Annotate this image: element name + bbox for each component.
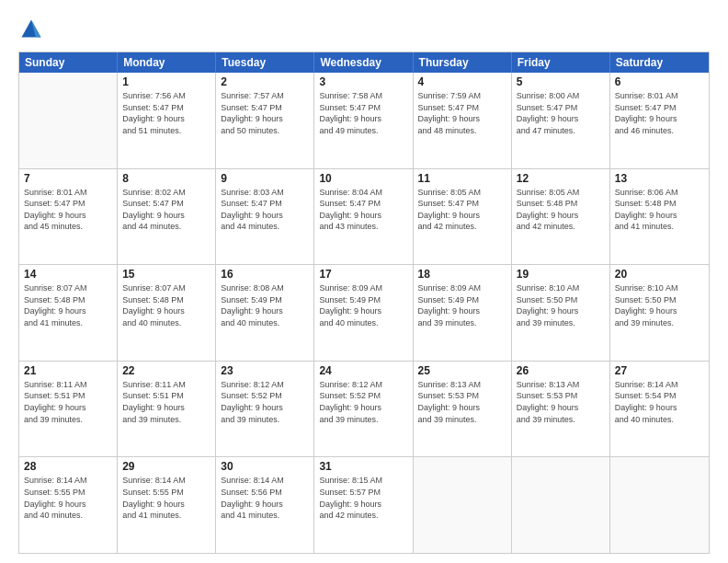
cal-cell: 25Sunrise: 8:13 AMSunset: 5:53 PMDayligh… xyxy=(414,362,512,457)
cal-header-sunday: Sunday xyxy=(19,52,118,73)
day-number: 13 xyxy=(615,172,704,185)
day-info: Sunrise: 8:01 AMSunset: 5:47 PMDaylight:… xyxy=(615,90,704,136)
day-info: Sunrise: 8:07 AMSunset: 5:48 PMDaylight:… xyxy=(122,282,210,328)
cal-cell: 14Sunrise: 8:07 AMSunset: 5:48 PMDayligh… xyxy=(19,265,118,361)
day-info: Sunrise: 7:59 AMSunset: 5:47 PMDaylight:… xyxy=(418,90,506,136)
day-number: 24 xyxy=(319,364,407,377)
cal-cell: 7Sunrise: 8:01 AMSunset: 5:47 PMDaylight… xyxy=(19,169,118,265)
cal-cell: 9Sunrise: 8:03 AMSunset: 5:47 PMDaylight… xyxy=(216,169,314,265)
cal-cell: 12Sunrise: 8:05 AMSunset: 5:48 PMDayligh… xyxy=(512,169,610,265)
cal-cell: 10Sunrise: 8:04 AMSunset: 5:47 PMDayligh… xyxy=(314,169,413,265)
header xyxy=(18,17,710,42)
day-number: 26 xyxy=(517,364,605,377)
day-info: Sunrise: 8:09 AMSunset: 5:49 PMDaylight:… xyxy=(418,282,506,328)
day-info: Sunrise: 8:13 AMSunset: 5:53 PMDaylight:… xyxy=(418,379,506,425)
day-info: Sunrise: 8:10 AMSunset: 5:50 PMDaylight:… xyxy=(517,282,605,328)
day-number: 22 xyxy=(122,364,210,377)
day-number: 19 xyxy=(517,268,605,281)
cal-cell: 27Sunrise: 8:14 AMSunset: 5:54 PMDayligh… xyxy=(610,362,709,457)
day-info: Sunrise: 8:10 AMSunset: 5:50 PMDaylight:… xyxy=(615,282,704,328)
day-number: 25 xyxy=(418,364,506,377)
logo-icon xyxy=(18,17,44,42)
day-number: 27 xyxy=(615,364,704,377)
cal-cell: 13Sunrise: 8:06 AMSunset: 5:48 PMDayligh… xyxy=(610,169,709,265)
cal-header-thursday: Thursday xyxy=(414,52,512,73)
day-number: 2 xyxy=(221,75,309,88)
cal-cell: 30Sunrise: 8:14 AMSunset: 5:56 PMDayligh… xyxy=(216,457,314,553)
cal-cell: 15Sunrise: 8:07 AMSunset: 5:48 PMDayligh… xyxy=(118,265,216,361)
day-number: 18 xyxy=(418,268,506,281)
day-number: 5 xyxy=(517,75,605,88)
day-number: 6 xyxy=(615,75,704,88)
cal-cell: 6Sunrise: 8:01 AMSunset: 5:47 PMDaylight… xyxy=(610,73,709,168)
day-info: Sunrise: 8:11 AMSunset: 5:51 PMDaylight:… xyxy=(122,379,210,425)
cal-cell: 2Sunrise: 7:57 AMSunset: 5:47 PMDaylight… xyxy=(216,73,314,168)
day-info: Sunrise: 8:04 AMSunset: 5:47 PMDaylight:… xyxy=(319,187,407,233)
cal-cell: 22Sunrise: 8:11 AMSunset: 5:51 PMDayligh… xyxy=(118,362,216,457)
day-number: 1 xyxy=(122,75,210,88)
cal-header-monday: Monday xyxy=(118,52,216,73)
cal-cell: 3Sunrise: 7:58 AMSunset: 5:47 PMDaylight… xyxy=(314,73,413,168)
day-info: Sunrise: 8:14 AMSunset: 5:55 PMDaylight:… xyxy=(24,475,112,521)
day-info: Sunrise: 8:14 AMSunset: 5:56 PMDaylight:… xyxy=(221,475,309,521)
day-number: 8 xyxy=(122,172,210,185)
day-info: Sunrise: 8:12 AMSunset: 5:52 PMDaylight:… xyxy=(319,379,407,425)
cal-week-1: 1Sunrise: 7:56 AMSunset: 5:47 PMDaylight… xyxy=(19,73,709,169)
cal-header-wednesday: Wednesday xyxy=(314,52,413,73)
day-number: 23 xyxy=(221,364,309,377)
cal-cell: 1Sunrise: 7:56 AMSunset: 5:47 PMDaylight… xyxy=(118,73,216,168)
day-number: 17 xyxy=(319,268,407,281)
cal-cell: 23Sunrise: 8:12 AMSunset: 5:52 PMDayligh… xyxy=(216,362,314,457)
day-number: 20 xyxy=(615,268,704,281)
cal-cell xyxy=(512,457,610,553)
day-number: 3 xyxy=(319,75,407,88)
day-info: Sunrise: 8:09 AMSunset: 5:49 PMDaylight:… xyxy=(319,282,407,328)
day-info: Sunrise: 7:57 AMSunset: 5:47 PMDaylight:… xyxy=(221,90,309,136)
calendar: SundayMondayTuesdayWednesdayThursdayFrid… xyxy=(18,52,710,554)
day-number: 12 xyxy=(517,172,605,185)
day-number: 31 xyxy=(319,460,407,473)
day-info: Sunrise: 8:11 AMSunset: 5:51 PMDaylight:… xyxy=(24,379,112,425)
calendar-header-row: SundayMondayTuesdayWednesdayThursdayFrid… xyxy=(19,52,709,73)
cal-header-saturday: Saturday xyxy=(610,52,709,73)
cal-cell: 31Sunrise: 8:15 AMSunset: 5:57 PMDayligh… xyxy=(314,457,413,553)
cal-week-4: 21Sunrise: 8:11 AMSunset: 5:51 PMDayligh… xyxy=(19,362,709,458)
cal-header-tuesday: Tuesday xyxy=(216,52,314,73)
cal-header-friday: Friday xyxy=(512,52,610,73)
cal-cell: 28Sunrise: 8:14 AMSunset: 5:55 PMDayligh… xyxy=(19,457,118,553)
cal-cell: 8Sunrise: 8:02 AMSunset: 5:47 PMDaylight… xyxy=(118,169,216,265)
day-info: Sunrise: 8:05 AMSunset: 5:47 PMDaylight:… xyxy=(418,187,506,233)
logo xyxy=(18,17,48,42)
cal-cell: 21Sunrise: 8:11 AMSunset: 5:51 PMDayligh… xyxy=(19,362,118,457)
day-info: Sunrise: 8:05 AMSunset: 5:48 PMDaylight:… xyxy=(517,187,605,233)
day-number: 11 xyxy=(418,172,506,185)
cal-cell: 24Sunrise: 8:12 AMSunset: 5:52 PMDayligh… xyxy=(314,362,413,457)
cal-cell: 29Sunrise: 8:14 AMSunset: 5:55 PMDayligh… xyxy=(118,457,216,553)
cal-cell: 18Sunrise: 8:09 AMSunset: 5:49 PMDayligh… xyxy=(414,265,512,361)
day-info: Sunrise: 8:14 AMSunset: 5:54 PMDaylight:… xyxy=(615,379,704,425)
day-info: Sunrise: 8:13 AMSunset: 5:53 PMDaylight:… xyxy=(517,379,605,425)
cal-week-5: 28Sunrise: 8:14 AMSunset: 5:55 PMDayligh… xyxy=(19,457,709,553)
cal-week-2: 7Sunrise: 8:01 AMSunset: 5:47 PMDaylight… xyxy=(19,169,709,266)
day-info: Sunrise: 7:58 AMSunset: 5:47 PMDaylight:… xyxy=(319,90,407,136)
day-number: 7 xyxy=(24,172,112,185)
cal-cell: 16Sunrise: 8:08 AMSunset: 5:49 PMDayligh… xyxy=(216,265,314,361)
day-info: Sunrise: 8:15 AMSunset: 5:57 PMDaylight:… xyxy=(319,475,407,521)
day-number: 28 xyxy=(24,460,112,473)
cal-week-3: 14Sunrise: 8:07 AMSunset: 5:48 PMDayligh… xyxy=(19,265,709,362)
cal-cell xyxy=(610,457,709,553)
cal-cell: 4Sunrise: 7:59 AMSunset: 5:47 PMDaylight… xyxy=(414,73,512,168)
day-number: 9 xyxy=(221,172,309,185)
day-number: 10 xyxy=(319,172,407,185)
calendar-body: 1Sunrise: 7:56 AMSunset: 5:47 PMDaylight… xyxy=(19,73,709,553)
cal-cell: 11Sunrise: 8:05 AMSunset: 5:47 PMDayligh… xyxy=(414,169,512,265)
day-number: 29 xyxy=(122,460,210,473)
day-info: Sunrise: 8:14 AMSunset: 5:55 PMDaylight:… xyxy=(122,475,210,521)
day-info: Sunrise: 8:03 AMSunset: 5:47 PMDaylight:… xyxy=(221,187,309,233)
page: SundayMondayTuesdayWednesdayThursdayFrid… xyxy=(0,0,728,563)
day-info: Sunrise: 8:00 AMSunset: 5:47 PMDaylight:… xyxy=(517,90,605,136)
day-number: 4 xyxy=(418,75,506,88)
day-info: Sunrise: 8:06 AMSunset: 5:48 PMDaylight:… xyxy=(615,187,704,233)
cal-cell: 20Sunrise: 8:10 AMSunset: 5:50 PMDayligh… xyxy=(610,265,709,361)
day-number: 21 xyxy=(24,364,112,377)
